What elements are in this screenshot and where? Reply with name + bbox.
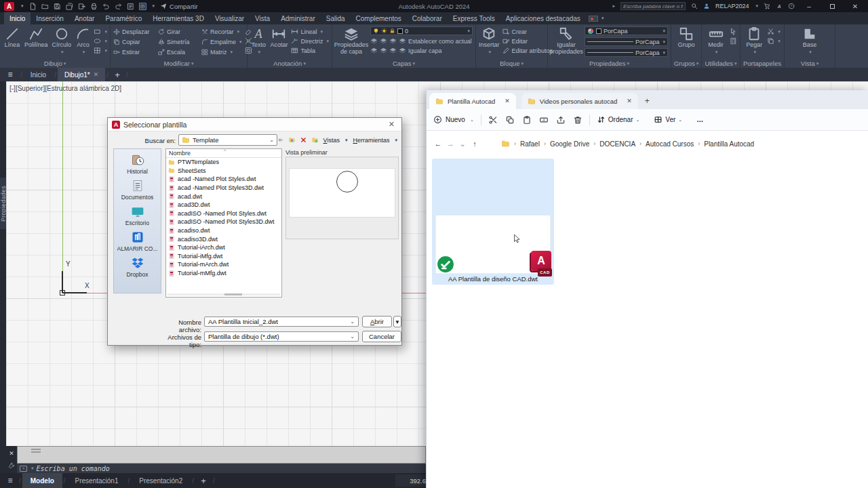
column-header-nombre[interactable]: Nombre ^ <box>166 149 281 158</box>
layer-combo[interactable]: 0 ▾ <box>370 26 473 35</box>
new-file-icon[interactable] <box>29 3 37 10</box>
panel-title-utilidades[interactable]: Utilidades▾ <box>702 59 740 68</box>
hatch-button[interactable]: ▾ <box>94 47 107 54</box>
export-icon[interactable] <box>78 3 85 10</box>
ribbon-button-estirar[interactable]: Estirar <box>113 49 158 56</box>
file-row-acad-dwt[interactable]: acad.dwt <box>166 192 281 201</box>
edit-attributes-button[interactable]: Editar atributos <box>502 47 553 54</box>
command-icon[interactable]: > <box>20 466 27 472</box>
panel-title-modificar[interactable]: Modificar▾ <box>111 59 247 68</box>
breadcrumb-item-rafael[interactable]: Rafael <box>520 140 540 148</box>
new-button[interactable]: Nuevo ⌄ <box>433 115 474 124</box>
ribbon-tab-insercion[interactable]: Inserción <box>31 12 69 24</box>
ribbon-button-copiar[interactable]: Copiar <box>113 39 158 45</box>
ribbon-tab-parametrico[interactable]: Paramétrico <box>100 12 147 24</box>
close-button[interactable]: ✕ <box>846 3 864 10</box>
ribbon-tab-administrar[interactable]: Administrar <box>275 12 321 24</box>
back-icon[interactable] <box>277 136 283 144</box>
file-row-tutorial-mmfg-dwt[interactable]: Tutorial-mMfg.dwt <box>166 269 281 278</box>
place-historial[interactable]: Historial <box>114 153 161 175</box>
ribbon-button-recortar[interactable]: Recortar▾ <box>201 28 242 35</box>
file-row-acadiso-named-plot-styles-dwt[interactable]: acadISO -Named Plot Styles.dwt <box>166 209 281 218</box>
ribbon-tab-colaborar[interactable]: Colaborar <box>407 12 448 24</box>
template-file-list[interactable]: Nombre ^ PTWTemplatesSheetSetsacad -Name… <box>165 148 282 298</box>
ellipse-button[interactable]: ▾ <box>94 37 107 45</box>
command-close-icon[interactable]: ✕ <box>9 450 14 457</box>
more-options-button[interactable]: … <box>696 116 703 123</box>
ribbon-tab-anotar[interactable]: Anotar <box>69 12 100 24</box>
filetype-combo[interactable]: Plantilla de dibujo (*.dwt) ⌄ <box>204 331 359 342</box>
command-chevron-icon[interactable]: ▾ <box>31 466 34 471</box>
help-search-input[interactable] <box>620 2 686 10</box>
nav-back-icon[interactable]: ← <box>432 140 444 148</box>
text-button[interactable]: ATexto▾ <box>250 26 267 55</box>
horizontal-scrollbar[interactable] <box>167 293 280 296</box>
plot-icon[interactable] <box>90 3 98 10</box>
set-current-layer-button[interactable]: Establecer como actual <box>370 37 473 45</box>
ribbon-tab-complementos[interactable]: Complementos <box>351 12 407 24</box>
ribbon-button-escala[interactable]: Escala <box>158 49 201 56</box>
rename-button[interactable]: A <box>539 115 549 125</box>
place-almarir-co[interactable]: ALMARIR CO... <box>114 230 161 252</box>
tools-menu[interactable]: Herramientas <box>353 137 389 144</box>
ribbon-button-matriz[interactable]: Matriz▾ <box>201 49 242 56</box>
explorer-tab-videos-personales[interactable]: Videos personales autocad ✕ <box>521 93 638 109</box>
undo-icon[interactable] <box>102 3 110 10</box>
drawing-tab-dibujo1[interactable]: Dibujo1*✕ <box>58 68 105 81</box>
copy-button[interactable] <box>505 115 515 125</box>
save-as-icon[interactable] <box>66 3 73 10</box>
autodesk-app-icon[interactable]: A <box>776 3 783 9</box>
ribbon-extra-icon[interactable]: ▾ <box>589 12 604 24</box>
quick-select-button[interactable] <box>730 28 737 35</box>
match-layer-button[interactable]: Igualar capa <box>370 47 473 54</box>
ribbon-button-simetria[interactable]: Simetría <box>158 39 201 45</box>
nav-up-icon[interactable]: ↑ <box>469 140 481 148</box>
delete-icon[interactable] <box>300 136 307 144</box>
breadcrumb-item-plantilla-autocad[interactable]: Plantilla Autocad <box>704 140 754 148</box>
table-button[interactable]: Tabla <box>291 47 329 54</box>
redo-icon[interactable] <box>115 3 122 10</box>
command-line[interactable]: > ▾ Escriba un comando <box>17 464 426 473</box>
file-row-acad-named-plot-styles-dwt[interactable]: acad -Named Plot Styles.dwt <box>166 175 281 184</box>
panel-title-capas[interactable]: Capas▾ <box>332 59 475 68</box>
linear-button[interactable]: Lineal▾ <box>291 28 329 35</box>
color-combo[interactable]: PorCapa ▾ <box>585 26 668 35</box>
command-settings-icon[interactable] <box>8 462 15 469</box>
new-layout-button[interactable]: + <box>195 473 212 488</box>
linetype-combo[interactable]: PorCapa ▾ <box>585 48 668 57</box>
explorer-content[interactable]: A CAD AA Plantilla de diseño CAD.dwt <box>427 152 868 488</box>
file-tabs-menu-icon[interactable]: ≡ <box>1 68 19 81</box>
ribbon-tab-inicio[interactable]: Inicio <box>4 12 31 24</box>
ribbon-tab-salida[interactable]: Salida <box>321 12 351 24</box>
store-cart-icon[interactable] <box>764 3 770 9</box>
layout-tab-modelo[interactable]: Modelo <box>22 473 62 488</box>
file-row-tutorial-iarch-dwt[interactable]: Tutorial-iArch.dwt <box>166 243 281 252</box>
new-drawing-tab-button[interactable]: + <box>110 68 125 81</box>
copy-clip-button[interactable]: ▾ <box>767 37 781 45</box>
tab-close-icon[interactable]: ✕ <box>94 71 99 78</box>
search-collapse-icon[interactable]: ▸ <box>612 3 615 9</box>
explorer-tab-plantilla-autocad[interactable]: Plantilla Autocad ✕ <box>429 93 516 109</box>
ribbon-tab-express-tools[interactable]: Express Tools <box>448 12 500 24</box>
properties-side-tab[interactable]: Propiedades <box>0 178 6 229</box>
minimize-button[interactable]: – <box>800 3 818 10</box>
tab-close-icon[interactable]: ✕ <box>627 98 632 104</box>
drawing-tab-inicio[interactable]: Inicio <box>24 68 53 81</box>
ribbon-tab-aplicaciones-destacadas[interactable]: Aplicaciones destacadas <box>500 12 586 24</box>
file-row-acadiso3d-dwt[interactable]: acadiso3D.dwt <box>166 235 281 243</box>
new-folder-icon[interactable] <box>312 136 318 144</box>
panel-title-propiedades[interactable]: Propiedades▾ <box>548 59 671 68</box>
ribbon-button-empalme[interactable]: Empalme▾ <box>201 39 242 45</box>
panel-title-vista[interactable]: Vista▾ <box>785 59 835 68</box>
place-dropbox[interactable]: Dropbox <box>114 256 161 278</box>
panel-title-portapapeles[interactable]: Portapapeles <box>741 59 784 68</box>
breadcrumb-item-google-drive[interactable]: Google Drive <box>550 140 589 148</box>
create-block-button[interactable]: Crear <box>502 28 553 35</box>
circle-button[interactable]: Círculo▾ <box>51 26 72 55</box>
user-icon[interactable] <box>703 3 710 9</box>
file-row-acad-named-plot-styles3d-dwt[interactable]: acad -Named Plot Styles3D.dwt <box>166 184 281 192</box>
save-icon[interactable] <box>54 3 61 10</box>
file-tile-selected[interactable]: A CAD AA Plantilla de diseño CAD.dwt <box>432 159 554 285</box>
open-button[interactable]: Abrir <box>362 316 392 327</box>
polyline-button[interactable]: Polilínea <box>24 26 48 49</box>
